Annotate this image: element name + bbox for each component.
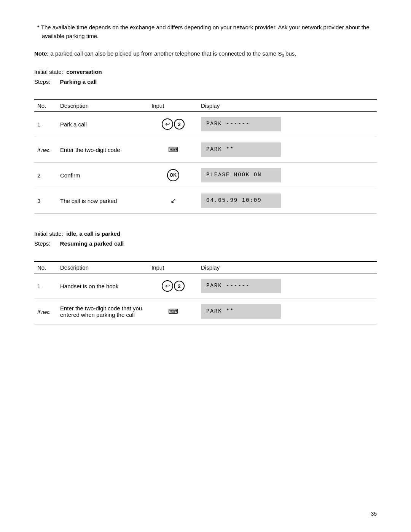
t2-row1-desc: Handset is on the hook [57, 273, 148, 299]
ok-icon: OK [167, 169, 179, 181]
col2-no-header: No. [34, 262, 57, 273]
col2-desc-header: Description [57, 262, 148, 273]
row-ifnec-desc: Enter the two-digit code [57, 137, 148, 163]
page-number: 35 [371, 511, 377, 517]
row2-no: 2 [34, 163, 57, 188]
row1-no: 1 [34, 112, 57, 137]
display-box: PARK ------ [201, 279, 281, 293]
table1: No. Description Input Display 1 Park a c… [34, 99, 377, 214]
table1-initial-state-value: conversation [66, 69, 102, 75]
row3-desc: The call is now parked [57, 188, 148, 214]
row-ifnec-input: ⌨ [148, 137, 198, 163]
t2-row-ifnec-display: PARK ** [198, 299, 377, 324]
phone-icon: ↩ [162, 118, 173, 130]
keypad-icon: ⌨ [168, 308, 178, 315]
col-input-header: Input [148, 100, 198, 112]
row3-input: ↙ [148, 188, 198, 214]
row3-display: 04.05.99 10:09 [198, 188, 377, 214]
table2-steps-label: Steps: [34, 240, 51, 247]
keypad-icon: ⌨ [168, 146, 178, 153]
col2-input-header: Input [148, 262, 198, 273]
table1-steps-value: Parking a call [60, 78, 97, 85]
digit-2-icon: 2 [174, 281, 185, 291]
note-label: Note: [34, 50, 49, 57]
row3-no: 3 [34, 188, 57, 214]
t2-row-ifnec-input: ⌨ [148, 299, 198, 324]
col-no-header: No. [34, 100, 57, 112]
table-row: 2 Confirm OK PLEASE HOOK ON [34, 163, 377, 188]
table2-steps: Steps: Resuming a parked call [34, 239, 377, 249]
note-text2: bus. [284, 50, 296, 57]
col-desc-header: Description [57, 100, 148, 112]
table-row: 1 Handset is on the hook ↩ 2 PARK ------ [34, 273, 377, 299]
table2-initial-state-value: idle, a call is parked [66, 230, 120, 237]
hangup-icon: ↙ [170, 197, 176, 204]
note-text: a parked call can also be picked up from… [51, 50, 282, 57]
table-row: 1 Park a call ↩ 2 PARK ------ [34, 112, 377, 137]
note-block: Note: a parked call can also be picked u… [34, 49, 377, 59]
t2-row1-input-icons: ↩ 2 [151, 280, 195, 292]
table2: No. Description Input Display 1 Handset … [34, 261, 377, 324]
display-box: PARK ** [201, 142, 281, 157]
t2-row-ifnec-desc: Enter the two-digit code that you entere… [57, 299, 148, 324]
row1-input-icons: ↩ 2 [151, 118, 195, 130]
display-box: 04.05.99 10:09 [201, 193, 281, 208]
table-row: 3 The call is now parked ↙ 04.05.99 10:0… [34, 188, 377, 214]
t2-row-ifnec-no: If nec. [34, 299, 57, 324]
col-display-header: Display [198, 100, 377, 112]
row-ifnec-display: PARK ** [198, 137, 377, 163]
display-box: PLEASE HOOK ON [201, 168, 281, 182]
row-ifnec-no: If nec. [34, 137, 57, 163]
table1-header: Initial state: conversation Steps: Parki… [34, 67, 377, 86]
display-box: PARK ------ [201, 117, 281, 131]
table-row: If nec. Enter the two-digit code that yo… [34, 299, 377, 324]
table2-initial-state-label: Initial state: [34, 230, 63, 237]
table1-header-row: No. Description Input Display [34, 100, 377, 112]
table2-header-row: No. Description Input Display [34, 262, 377, 273]
display-box: PARK ** [201, 304, 281, 319]
digit-2-icon: 2 [174, 119, 185, 129]
t2-row1-no: 1 [34, 273, 57, 299]
row1-desc: Park a call [57, 112, 148, 137]
row2-desc: Confirm [57, 163, 148, 188]
row2-display: PLEASE HOOK ON [198, 163, 377, 188]
t2-row1-input: ↩ 2 [148, 273, 198, 299]
table2-initial-state: Initial state: idle, a call is parked [34, 229, 377, 239]
table1-initial-state: Initial state: conversation [34, 67, 377, 77]
phone-icon: ↩ [162, 280, 173, 292]
table1-steps: Steps: Parking a call [34, 77, 377, 87]
if-nec-label: If nec. [37, 147, 51, 153]
footnote: * The available time depends on the exch… [34, 23, 377, 41]
table-row: If nec. Enter the two-digit code ⌨ PARK … [34, 137, 377, 163]
table1-steps-label: Steps: [34, 78, 51, 85]
table1-initial-state-label: Initial state: [34, 69, 63, 75]
footnote-text: The available time depends on the exchan… [40, 24, 370, 39]
row1-display: PARK ------ [198, 112, 377, 137]
row2-input: OK [148, 163, 198, 188]
table2-header: Initial state: idle, a call is parked St… [34, 229, 377, 248]
if-nec-label: If nec. [37, 309, 51, 315]
row1-input: ↩ 2 [148, 112, 198, 137]
col2-display-header: Display [198, 262, 377, 273]
table2-steps-value: Resuming a parked call [60, 240, 124, 247]
t2-row1-display: PARK ------ [198, 273, 377, 299]
